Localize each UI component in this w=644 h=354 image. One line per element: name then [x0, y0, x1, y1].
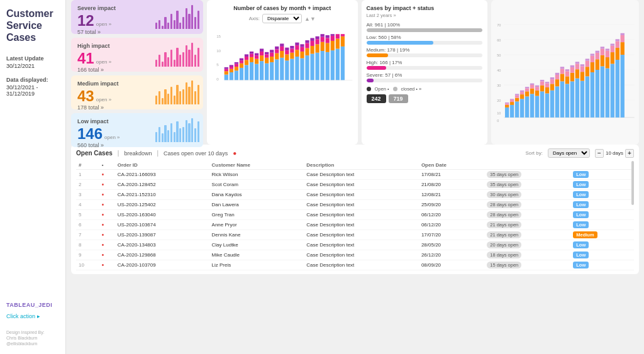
page-title: Customer Service Cases: [6, 8, 59, 44]
description-cell: Case Description text: [304, 220, 419, 230]
svg-text:70: 70: [497, 23, 501, 27]
table-scrollbar[interactable]: [631, 161, 634, 205]
svg-rect-87: [326, 35, 330, 38]
table-row[interactable]: 5 • US-2020-163040 Greg Tran Case Descri…: [76, 210, 634, 220]
svg-rect-34: [260, 52, 264, 55]
kpi-card-high: High impact 41 open » 166 total » vs YY:…: [71, 38, 203, 72]
table-row[interactable]: 4 • US-2020-125402 Dan Lawera Case Descr…: [76, 200, 634, 210]
svg-rect-59: [290, 46, 294, 48]
svg-rect-43: [270, 50, 274, 52]
svg-rect-58: [290, 48, 294, 52]
svg-rect-57: [290, 53, 294, 59]
kpi-cards-column: Severe impact 12 open » 57 total » vs YY…: [71, 0, 203, 145]
description-cell: Case Description text: [304, 230, 419, 240]
table-row[interactable]: 1 • CA-2021-166093 Rick Wilson Case Desc…: [76, 170, 634, 180]
svg-text:0: 0: [216, 77, 219, 81]
order-id-cell: US-2020-139087: [115, 230, 209, 240]
svg-rect-77: [315, 44, 319, 52]
big-bar-chart-wrapper: 70 60 50 40 30 20 10 0: [491, 0, 640, 145]
sort-select[interactable]: Days open: [548, 148, 590, 158]
svg-rect-7: [225, 67, 228, 69]
svg-rect-133: [525, 87, 528, 88]
svg-rect-125: [514, 94, 518, 95]
svg-rect-50: [280, 47, 284, 51]
kpi-open-label: open »: [96, 59, 111, 65]
kpi-open-num: 12: [77, 13, 94, 29]
row-num: 2: [76, 180, 99, 190]
status-legend-row: Open • closed • »: [367, 86, 482, 92]
row-num: 1: [76, 170, 99, 180]
svg-rect-120: [509, 100, 513, 102]
table-row[interactable]: 6 • US-2020-103674 Anne Pryor Case Descr…: [76, 220, 634, 230]
click-action-link[interactable]: Click action ▸: [6, 313, 59, 319]
kpi-card-severe: Severe impact 12 open » 57 total » vs YY…: [71, 0, 203, 34]
svg-text:40: 40: [497, 69, 501, 72]
svg-rect-114: [504, 108, 508, 118]
svg-rect-164: [565, 71, 569, 76]
order-id-cell: US-2020-103674: [115, 220, 209, 230]
days-open-cell: 35 days open: [484, 180, 570, 190]
table-row[interactable]: 7 • US-2020-139087 Dennis Kane Case Desc…: [76, 230, 634, 240]
svg-rect-30: [255, 55, 258, 58]
axis-select[interactable]: Disparate: [262, 14, 302, 23]
svg-rect-33: [260, 55, 264, 61]
table-row[interactable]: 2 • CA-2020-128452 Scot Coram Case Descr…: [76, 180, 634, 190]
row-dot: •: [99, 250, 115, 260]
svg-rect-192: [600, 48, 604, 55]
open-date-cell: 26/12/20: [419, 250, 484, 260]
description-cell: Case Description text: [304, 200, 419, 210]
kpi-open-num: 146: [77, 126, 103, 142]
svg-rect-91: [331, 34, 335, 36]
table-row[interactable]: 3 • CA-2021-152310 Dana Kaydos Case Desc…: [76, 190, 634, 200]
impact-cell: Medium: [570, 230, 634, 240]
svg-rect-184: [590, 56, 594, 62]
svg-rect-183: [590, 62, 594, 72]
svg-rect-40: [270, 62, 274, 80]
svg-rect-151: [550, 84, 553, 90]
svg-rect-194: [605, 69, 609, 118]
svg-rect-53: [285, 54, 289, 60]
svg-rect-66: [300, 47, 304, 52]
days-open-cell: 18 days open: [484, 250, 570, 260]
data-displayed-value: 30/12/2021 - 31/12/2019: [6, 84, 59, 97]
closed-legend: closed • »: [401, 86, 422, 92]
customer-name-cell: Dennis Kane: [209, 230, 304, 240]
row-num: 5: [76, 210, 99, 220]
svg-rect-8: [230, 72, 233, 80]
status-count-badges: 242 719: [367, 94, 482, 103]
svg-rect-136: [530, 85, 533, 89]
row-num: 6: [76, 220, 99, 230]
svg-rect-67: [300, 44, 304, 47]
order-id-cell: CA-2020-103709: [115, 260, 209, 270]
svg-rect-21: [245, 60, 248, 65]
days-plus-btn[interactable]: +: [625, 149, 634, 158]
svg-rect-89: [331, 41, 335, 50]
days-minus-btn[interactable]: −: [595, 149, 604, 158]
svg-rect-94: [336, 34, 340, 38]
customer-name-cell: Mike Caudle: [209, 250, 304, 260]
svg-rect-206: [620, 55, 624, 118]
svg-rect-153: [550, 77, 553, 79]
svg-rect-118: [509, 105, 513, 118]
svg-rect-129: [519, 91, 523, 92]
svg-text:50: 50: [497, 53, 501, 57]
svg-rect-163: [565, 76, 569, 84]
svg-rect-61: [295, 50, 299, 57]
open-date-cell: 21/08/20: [419, 180, 484, 190]
table-row[interactable]: 10 • CA-2020-103709 Liz Preis Case Descr…: [76, 260, 634, 270]
cases-table: # • Order ID Customer Name Description O…: [76, 161, 634, 270]
svg-rect-64: [300, 58, 304, 80]
description-cell: Case Description text: [304, 250, 419, 260]
customer-name-cell: Anne Pryor: [209, 220, 304, 230]
svg-rect-39: [265, 52, 269, 55]
impact-cell: Low: [570, 250, 634, 260]
svg-rect-52: [285, 60, 289, 80]
table-row[interactable]: 9 • CA-2020-129868 Mike Caudle Case Desc…: [76, 250, 634, 260]
svg-rect-46: [275, 49, 279, 53]
svg-rect-90: [331, 36, 335, 41]
svg-rect-162: [565, 84, 569, 117]
days-open-cell: 35 days open: [484, 170, 570, 180]
table-row[interactable]: 8 • CA-2020-134803 Clay Ludtke Case Desc…: [76, 240, 634, 250]
sort-by-label: Sort by:: [525, 150, 543, 156]
svg-rect-19: [240, 58, 243, 61]
